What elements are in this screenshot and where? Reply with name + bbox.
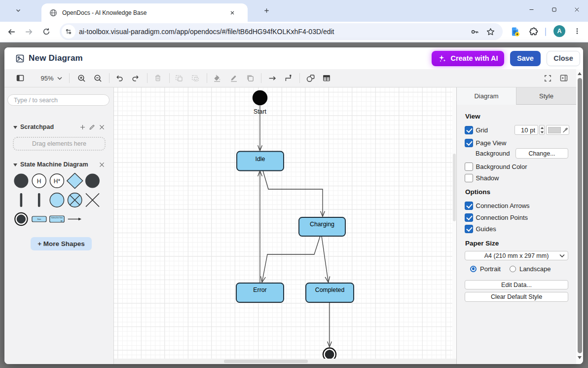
- redo-button[interactable]: [130, 72, 142, 84]
- create-with-ai-button[interactable]: Create with AI: [432, 51, 504, 66]
- paper-size-select[interactable]: A4 (210 mm x 297 mm): [465, 251, 568, 260]
- tab-diagram[interactable]: Diagram: [457, 87, 516, 105]
- shape-transition[interactable]: [68, 218, 81, 220]
- zoom-out-button[interactable]: [92, 72, 104, 84]
- grid-size-input[interactable]: [514, 125, 538, 135]
- extensions-button[interactable]: [527, 25, 540, 38]
- shape-section-close-button[interactable]: [98, 161, 106, 169]
- insert-table-button[interactable]: [321, 72, 332, 84]
- shape-state-circle[interactable]: [50, 193, 64, 207]
- background-color-checkbox[interactable]: [465, 163, 473, 171]
- site-info-icon[interactable]: [62, 25, 75, 39]
- shape-section-header[interactable]: State Machine Diagram: [4, 161, 113, 169]
- canvas-vertical-scrollbar[interactable]: [452, 87, 456, 359]
- grid-color-button[interactable]: [546, 125, 569, 135]
- more-shapes-button[interactable]: + More Shapes: [31, 237, 92, 250]
- grid-checkbox[interactable]: [465, 126, 473, 134]
- reload-button[interactable]: [39, 24, 54, 39]
- to-front-button[interactable]: [173, 72, 185, 84]
- forward-button[interactable]: [21, 24, 36, 39]
- edge-idle-charging[interactable]: [263, 171, 323, 216]
- scroll-up-button[interactable]: [576, 70, 583, 77]
- browser-menu-button[interactable]: [571, 25, 583, 37]
- delete-button[interactable]: [152, 72, 164, 84]
- shape-junction[interactable]: [68, 193, 82, 207]
- scratchpad-dropzone[interactable]: Drag elements here: [13, 137, 106, 151]
- fullscreen-button[interactable]: [542, 72, 553, 84]
- guides-checkbox[interactable]: [465, 225, 473, 233]
- landscape-radio[interactable]: [510, 266, 516, 272]
- scratchpad-section-header[interactable]: Scratchpad: [4, 123, 113, 131]
- shadow-label: Shadow: [476, 174, 499, 182]
- stepper-up-button[interactable]: [540, 125, 544, 130]
- back-button[interactable]: [4, 24, 19, 39]
- diagram-canvas[interactable]: Start Idle Charging: [114, 87, 452, 359]
- edge-charging-error[interactable]: [262, 236, 320, 282]
- scratchpad-add-button[interactable]: [78, 123, 87, 131]
- node-error[interactable]: Error: [236, 283, 284, 302]
- edge-charging-completed[interactable]: [322, 236, 328, 282]
- new-tab-button[interactable]: [260, 4, 273, 17]
- scratchpad-edit-button[interactable]: [88, 123, 96, 131]
- scroll-down-button[interactable]: [576, 354, 583, 361]
- connection-arrows-checkbox[interactable]: [465, 202, 473, 210]
- shape-state[interactable]: State: [32, 216, 46, 222]
- shape-shallow-history[interactable]: H: [32, 174, 46, 188]
- window-minimize-button[interactable]: [520, 0, 543, 19]
- node-charging[interactable]: Charging: [299, 217, 345, 236]
- scratchpad-close-button[interactable]: [98, 123, 106, 131]
- zoom-in-button[interactable]: [75, 72, 87, 84]
- canvas-horizontal-scrollbar[interactable]: [114, 359, 456, 364]
- line-color-button[interactable]: [228, 72, 240, 84]
- shape-join-state[interactable]: [85, 174, 100, 188]
- stepper-down-button[interactable]: [540, 130, 544, 134]
- omnibox[interactable]: ai-toolbox.visual-paradigm.com/app/opend…: [60, 23, 503, 40]
- fill-color-button[interactable]: [211, 72, 223, 84]
- to-back-button[interactable]: [189, 72, 201, 84]
- canvas-hscroll-thumb[interactable]: [224, 360, 308, 363]
- page-view-checkbox[interactable]: [465, 139, 473, 147]
- password-key-icon[interactable]: [468, 25, 481, 38]
- profile-avatar[interactable]: A: [553, 25, 565, 37]
- shape-join-bar[interactable]: [38, 193, 40, 207]
- node-idle[interactable]: Idle: [237, 152, 284, 171]
- node-completed[interactable]: Completed: [306, 283, 354, 302]
- shape-choice[interactable]: [67, 173, 83, 189]
- insert-edge-button[interactable]: [266, 72, 278, 84]
- shape-final-state[interactable]: [15, 213, 27, 225]
- tab-search-button[interactable]: [12, 4, 25, 17]
- edit-data-button[interactable]: Edit Data...: [465, 280, 568, 289]
- close-button[interactable]: Close: [547, 51, 580, 66]
- connection-points-checkbox[interactable]: [465, 213, 473, 222]
- node-start[interactable]: Start: [253, 90, 267, 115]
- canvas-vscroll-thumb[interactable]: [453, 154, 456, 221]
- tab-style[interactable]: Style: [516, 87, 576, 105]
- window-close-button[interactable]: [565, 0, 588, 19]
- save-button[interactable]: Save: [510, 51, 541, 66]
- bookmark-star-icon[interactable]: [484, 25, 497, 38]
- portrait-radio[interactable]: [470, 266, 477, 272]
- shape-search-input[interactable]: [7, 94, 110, 106]
- shadow-checkbox[interactable]: [465, 174, 473, 182]
- page-scrollbar[interactable]: [576, 69, 583, 364]
- change-background-button[interactable]: Change...: [515, 148, 568, 159]
- undo-button[interactable]: [113, 72, 125, 84]
- zoom-dropdown[interactable]: 95%: [38, 72, 65, 84]
- shape-initial-state[interactable]: [14, 174, 28, 188]
- toggle-format-panel-button[interactable]: [558, 72, 570, 84]
- insert-connector-button[interactable]: [283, 72, 294, 84]
- toggle-panels-button[interactable]: [14, 72, 26, 84]
- tab-close-icon[interactable]: [228, 8, 237, 17]
- docs-offline-extension-icon[interactable]: [509, 25, 521, 38]
- shadow-button[interactable]: [244, 72, 256, 84]
- window-maximize-button[interactable]: [543, 0, 565, 19]
- clear-default-style-button[interactable]: Clear Default Style: [465, 292, 568, 302]
- insert-shape-button[interactable]: [304, 72, 316, 84]
- shape-deep-history[interactable]: H*: [50, 174, 64, 188]
- shape-cross[interactable]: [86, 194, 99, 207]
- node-final[interactable]: [323, 348, 336, 359]
- shape-submachine-state[interactable]: Submachine State ∞: [50, 216, 65, 222]
- page-scroll-thumb[interactable]: [578, 78, 582, 353]
- browser-tab[interactable]: OpenDocs - AI Knowledge Base: [41, 3, 248, 22]
- shape-fork-bar[interactable]: [20, 193, 23, 207]
